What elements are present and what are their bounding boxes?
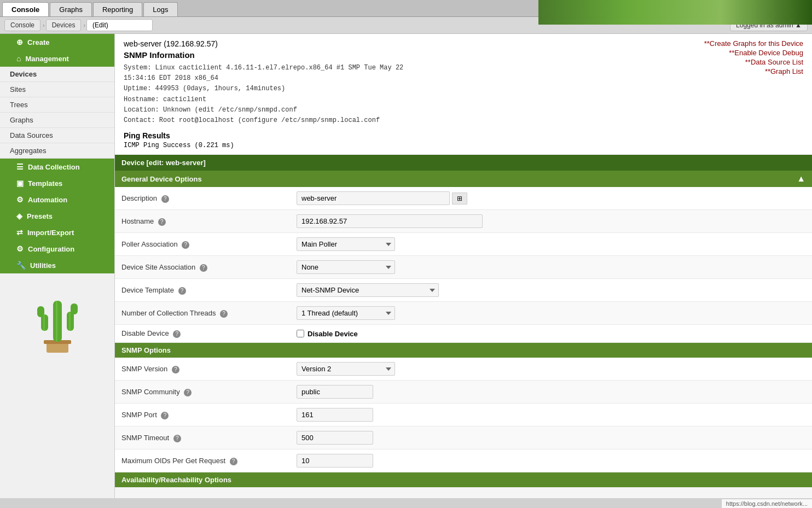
description-input-group: ⊞ bbox=[297, 191, 805, 205]
general-options-header: General Device Options ▲ bbox=[115, 171, 812, 187]
tab-logs[interactable]: Logs bbox=[143, 2, 177, 16]
hostname-help-icon[interactable]: ? bbox=[158, 218, 166, 226]
max-oids-control bbox=[297, 454, 805, 468]
threads-label: Number of Collection Threads ? bbox=[121, 309, 297, 318]
enable-debug-link[interactable]: *Enable Device Debug bbox=[704, 49, 803, 57]
ping-title: Ping Results bbox=[124, 131, 704, 140]
tab-console[interactable]: Console bbox=[2, 2, 49, 16]
form-section: Device [edit: web-server] General Device… bbox=[115, 155, 812, 487]
description-help-icon[interactable]: ? bbox=[161, 195, 169, 203]
tab-graphs[interactable]: Graphs bbox=[50, 2, 92, 16]
sidebar-datacollection[interactable]: ☰ Data Collection bbox=[0, 159, 114, 175]
snmp-community-help-icon[interactable]: ? bbox=[184, 389, 192, 396]
svg-rect-8 bbox=[43, 314, 45, 331]
poller-select[interactable]: Main Poller bbox=[297, 237, 395, 251]
device-edit-header: Device [edit: web-server] bbox=[115, 155, 812, 171]
sidebar-management[interactable]: ⌂ Management bbox=[0, 50, 114, 67]
breadcrumb-edit: (Edit) bbox=[86, 19, 153, 31]
threads-select[interactable]: 1 Thread (default) bbox=[297, 306, 395, 320]
configuration-icon: ⚙ bbox=[16, 244, 24, 253]
sidebar-automation[interactable]: ⚙ Automation bbox=[0, 191, 114, 208]
template-help-icon[interactable]: ? bbox=[178, 287, 186, 295]
main-layout: ⊕ Create ⌂ Management Devices Sites Tree… bbox=[0, 34, 812, 498]
sidebar-importexport[interactable]: ⇄ Import/Export bbox=[0, 224, 114, 241]
data-source-list-link[interactable]: *Data Source List bbox=[704, 58, 803, 66]
site-select[interactable]: None bbox=[297, 260, 395, 274]
content-area: web-server (192.168.92.57) SNMP Informat… bbox=[115, 34, 812, 498]
breadcrumb-devices[interactable]: Devices bbox=[46, 19, 82, 31]
snmp-options-label: SNMP Options bbox=[121, 346, 171, 354]
device-edit-title: Device [edit: web-server] bbox=[121, 159, 206, 167]
max-oids-help-icon[interactable]: ? bbox=[230, 458, 237, 465]
site-label: Device Site Association ? bbox=[121, 263, 297, 272]
template-row: Device Template ? Net-SNMP Device bbox=[115, 279, 812, 302]
management-icon: ⌂ bbox=[16, 54, 21, 63]
breadcrumb-sep-2: › bbox=[83, 22, 85, 28]
snmp-port-control bbox=[297, 408, 805, 422]
disable-checkbox[interactable] bbox=[297, 330, 304, 337]
svg-rect-7 bbox=[56, 301, 57, 342]
hostname-input[interactable] bbox=[297, 214, 483, 228]
availability-label: Availability/Reachability Options bbox=[121, 476, 231, 484]
description-input[interactable] bbox=[297, 191, 450, 205]
snmp-timeout-help-icon[interactable]: ? bbox=[173, 435, 181, 442]
description-lookup-btn[interactable]: ⊞ bbox=[452, 192, 467, 205]
sidebar-presets[interactable]: ◈ Presets bbox=[0, 208, 114, 224]
snmp-line-3: Uptime: 449953 (0days, 1hours, 14minutes… bbox=[124, 84, 704, 94]
snmp-version-help-icon[interactable]: ? bbox=[172, 366, 179, 373]
ping-result: ICMP Ping Success (0.221 ms) bbox=[124, 142, 704, 149]
snmp-community-row: SNMP Community ? bbox=[115, 381, 812, 404]
datacollection-icon: ☰ bbox=[16, 162, 24, 171]
tab-reporting[interactable]: Reporting bbox=[93, 2, 142, 16]
automation-icon: ⚙ bbox=[16, 195, 24, 204]
snmp-port-input[interactable] bbox=[297, 408, 373, 422]
sidebar-item-trees[interactable]: Trees bbox=[0, 97, 114, 113]
presets-icon: ◈ bbox=[16, 212, 22, 220]
disable-control: Disable Device bbox=[297, 330, 805, 338]
disable-help-icon[interactable]: ? bbox=[173, 330, 181, 338]
create-icon: ⊕ bbox=[16, 38, 23, 46]
snmp-timeout-input[interactable] bbox=[297, 431, 373, 445]
snmp-timeout-row: SNMP Timeout ? bbox=[115, 427, 812, 449]
device-title: web-server (192.168.92.57) bbox=[124, 39, 704, 48]
cactus-image bbox=[30, 284, 85, 355]
template-label: Device Template ? bbox=[121, 286, 297, 295]
sidebar-utilities[interactable]: 🔧 Utilities bbox=[0, 257, 114, 273]
sidebar-item-devices[interactable]: Devices bbox=[0, 67, 114, 82]
disable-row: Disable Device ? Disable Device bbox=[115, 325, 812, 343]
collapse-general-btn[interactable]: ▲ bbox=[797, 174, 805, 184]
info-left: web-server (192.168.92.57) SNMP Informat… bbox=[124, 39, 704, 149]
sidebar-item-datasources[interactable]: Data Sources bbox=[0, 128, 114, 143]
poller-help-icon[interactable]: ? bbox=[182, 241, 189, 249]
sidebar-templates[interactable]: ▣ Templates bbox=[0, 175, 114, 191]
max-oids-row: Maximum OIDs Per Get Request ? bbox=[115, 449, 812, 472]
snmp-info: System: Linux cacticlient 4.16.11-1.el7.… bbox=[124, 63, 704, 126]
sidebar-item-graphs[interactable]: Graphs bbox=[0, 113, 114, 128]
snmp-community-input[interactable] bbox=[297, 385, 373, 399]
snmp-timeout-control bbox=[297, 431, 805, 445]
max-oids-input[interactable] bbox=[297, 454, 373, 468]
snmp-version-select[interactable]: Version 2 bbox=[297, 362, 395, 376]
create-graphs-link[interactable]: *Create Graphs for this Device bbox=[704, 39, 803, 48]
snmp-line-4: Hostname: cacticlient bbox=[124, 95, 704, 105]
disable-label: Disable Device ? bbox=[121, 329, 297, 338]
svg-rect-6 bbox=[71, 303, 78, 314]
snmp-timeout-label: SNMP Timeout ? bbox=[121, 434, 297, 442]
graph-list-link[interactable]: *Graph List bbox=[704, 67, 803, 75]
site-help-icon[interactable]: ? bbox=[200, 264, 207, 272]
threads-help-icon[interactable]: ? bbox=[220, 310, 228, 318]
snmp-title: SNMP Information bbox=[124, 50, 704, 60]
sidebar-create[interactable]: ⊕ Create bbox=[0, 34, 114, 50]
breadcrumb-console[interactable]: Console bbox=[4, 19, 40, 31]
cactus-logo bbox=[0, 273, 114, 366]
sidebar-configuration[interactable]: ⚙ Configuration bbox=[0, 241, 114, 257]
top-nav-decoration bbox=[538, 0, 812, 25]
threads-row: Number of Collection Threads ? 1 Thread … bbox=[115, 302, 812, 325]
snmp-version-label: SNMP Version ? bbox=[121, 365, 297, 373]
utilities-icon: 🔧 bbox=[16, 261, 26, 270]
sidebar-item-sites[interactable]: Sites bbox=[0, 82, 114, 97]
breadcrumb-sep-1: › bbox=[43, 22, 45, 28]
snmp-port-help-icon[interactable]: ? bbox=[161, 412, 169, 419]
template-select[interactable]: Net-SNMP Device bbox=[297, 283, 439, 297]
sidebar-item-aggregates[interactable]: Aggregates bbox=[0, 143, 114, 159]
